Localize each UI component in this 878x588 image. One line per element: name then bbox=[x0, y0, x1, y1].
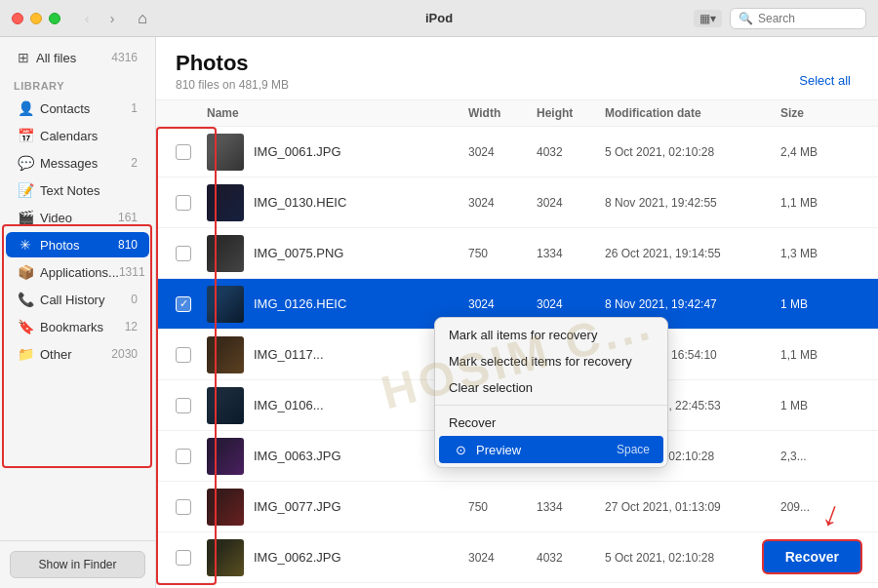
content-header: Photos 810 files on 481,9 MB Select all bbox=[156, 37, 878, 100]
call-history-icon: 📞 bbox=[18, 292, 33, 307]
sidebar-item-photos[interactable]: ✳ Photos 810 bbox=[6, 232, 149, 257]
sidebar: ⊞ All files 4316 Library 👤 Contacts 1 📅 … bbox=[0, 37, 156, 588]
row-name-cell: IMG_0126.HEIC bbox=[207, 286, 402, 323]
all-files-icon: ⊞ bbox=[18, 50, 29, 65]
call-history-label: Call History bbox=[40, 293, 131, 307]
back-arrow[interactable]: ‹ bbox=[76, 8, 98, 29]
sidebar-footer: Show in Finder bbox=[0, 540, 155, 588]
sidebar-item-video[interactable]: 🎬 Video 161 bbox=[6, 205, 149, 230]
table-header: Name Width Height Modification date Size bbox=[156, 100, 878, 127]
col-size: Size bbox=[780, 106, 858, 120]
applications-count: 1311 bbox=[119, 265, 145, 279]
view-toggle[interactable]: ▦▾ bbox=[694, 10, 722, 27]
show-in-finder-button[interactable]: Show in Finder bbox=[10, 551, 145, 578]
context-menu-item-recover[interactable]: Recover bbox=[435, 410, 667, 436]
row-mod-date: 26 Oct 2021, 19:14:55 bbox=[605, 247, 780, 260]
bookmarks-label: Bookmarks bbox=[40, 320, 125, 334]
bookmarks-icon: 🔖 bbox=[18, 319, 33, 334]
titlebar: ‹ › ⌂ iPod ▦▾ 🔍 bbox=[0, 0, 878, 37]
fullscreen-button[interactable] bbox=[49, 13, 60, 24]
home-button[interactable]: ⌂ bbox=[131, 7, 154, 30]
context-menu-item-clear-selection[interactable]: Clear selection bbox=[435, 374, 667, 401]
row-thumbnail bbox=[207, 235, 244, 272]
search-bar[interactable]: 🔍 bbox=[730, 8, 866, 29]
row-size: 209... bbox=[780, 500, 858, 514]
row-mod-date: 27 Oct 2021, 01:13:09 bbox=[605, 500, 780, 514]
context-menu-item-mark-selected[interactable]: Mark selected items for recovery bbox=[435, 348, 667, 374]
row-name-cell: IMG_0062.JPG bbox=[207, 539, 402, 576]
content-title-block: Photos 810 files on 481,9 MB bbox=[176, 51, 289, 92]
sidebar-item-messages[interactable]: 💬 Messages 2 bbox=[6, 150, 149, 176]
table-row[interactable]: IMG_0075.PNG 750 1334 26 Oct 2021, 19:14… bbox=[156, 228, 878, 279]
row-checkbox[interactable] bbox=[176, 347, 191, 363]
sidebar-item-calendars[interactable]: 📅 Calendars bbox=[6, 123, 149, 148]
row-height: 4032 bbox=[537, 551, 605, 565]
video-count: 161 bbox=[118, 211, 138, 224]
preview-shortcut: Space bbox=[617, 443, 650, 456]
applications-icon: 📦 bbox=[18, 264, 33, 280]
other-icon: 📁 bbox=[18, 346, 33, 362]
row-thumbnail bbox=[207, 286, 244, 323]
table-body: IMG_0061.JPG 3024 4032 5 Oct 2021, 02:10… bbox=[156, 127, 878, 588]
preview-icon: ⊙ bbox=[453, 442, 468, 457]
row-thumbnail bbox=[207, 489, 244, 526]
row-width: 750 bbox=[468, 247, 537, 260]
table-row[interactable]: IMG_0061.JPG 3024 4032 5 Oct 2021, 02:10… bbox=[156, 127, 878, 177]
row-height: 3024 bbox=[537, 297, 605, 311]
row-checkbox[interactable] bbox=[176, 296, 191, 312]
sidebar-item-call-history[interactable]: 📞 Call History 0 bbox=[6, 287, 149, 312]
row-filename: IMG_0062.JPG bbox=[254, 550, 341, 565]
recover-button[interactable]: Recover bbox=[762, 539, 862, 574]
table-row[interactable]: IMG_0130.HEIC 3024 3024 8 Nov 2021, 19:4… bbox=[156, 177, 878, 228]
row-checkbox[interactable] bbox=[176, 144, 191, 160]
close-button[interactable] bbox=[12, 13, 23, 24]
search-icon: 🔍 bbox=[738, 12, 753, 25]
minimize-button[interactable] bbox=[30, 13, 42, 24]
row-checkbox[interactable] bbox=[176, 550, 191, 566]
calendars-icon: 📅 bbox=[18, 128, 33, 143]
sidebar-item-other[interactable]: 📁 Other 2030 bbox=[6, 341, 149, 367]
row-filename: IMG_0130.HEIC bbox=[254, 195, 346, 210]
sidebar-item-text-notes[interactable]: 📝 Text Notes bbox=[6, 177, 149, 203]
window-title: iPod bbox=[425, 11, 453, 25]
context-menu-item-preview[interactable]: ⊙ Preview Space bbox=[439, 436, 663, 463]
row-filename: IMG_0063.JPG bbox=[254, 449, 341, 463]
row-size: 2,3... bbox=[780, 450, 858, 463]
row-checkbox[interactable] bbox=[176, 246, 191, 261]
col-width: Width bbox=[468, 106, 537, 120]
forward-arrow[interactable]: › bbox=[101, 8, 123, 29]
photos-icon: ✳ bbox=[18, 237, 33, 253]
row-width: 3024 bbox=[468, 145, 537, 159]
row-checkbox[interactable] bbox=[176, 398, 191, 413]
context-menu-item-mark-all[interactable]: Mark all items for recovery bbox=[435, 322, 667, 348]
table-row[interactable]: IMG_0077.JPG 750 1334 27 Oct 2021, 01:13… bbox=[156, 482, 878, 532]
row-filename: IMG_0061.JPG bbox=[254, 144, 341, 159]
row-mod-date: 8 Nov 2021, 19:42:55 bbox=[605, 196, 780, 210]
contacts-label: Contacts bbox=[40, 101, 131, 116]
sidebar-item-bookmarks[interactable]: 🔖 Bookmarks 12 bbox=[6, 314, 149, 339]
row-thumbnail bbox=[207, 184, 244, 221]
all-files-count: 4316 bbox=[111, 51, 138, 64]
row-checkbox[interactable] bbox=[176, 499, 191, 515]
preview-label: Preview bbox=[476, 443, 521, 457]
sidebar-item-all-files[interactable]: ⊞ All files 4316 bbox=[6, 45, 149, 70]
photos-count: 810 bbox=[118, 238, 138, 252]
col-spacer bbox=[402, 106, 468, 120]
row-width: 3024 bbox=[468, 297, 537, 311]
clear-selection-label: Clear selection bbox=[449, 380, 533, 395]
all-files-label: All files bbox=[36, 51, 111, 65]
row-checkbox[interactable] bbox=[176, 449, 191, 464]
sidebar-item-contacts[interactable]: 👤 Contacts 1 bbox=[6, 96, 149, 121]
call-history-count: 0 bbox=[131, 293, 138, 306]
sidebar-item-applications[interactable]: 📦 Applications... 1311 bbox=[6, 259, 149, 285]
messages-count: 2 bbox=[131, 156, 138, 170]
search-input[interactable] bbox=[758, 12, 858, 25]
row-thumbnail bbox=[207, 438, 244, 475]
row-checkbox[interactable] bbox=[176, 195, 191, 211]
recover-label: Recover bbox=[449, 415, 496, 430]
select-all-button[interactable]: Select all bbox=[791, 69, 858, 92]
row-name-cell: IMG_0077.JPG bbox=[207, 489, 402, 526]
bookmarks-count: 12 bbox=[125, 320, 138, 333]
row-width: 750 bbox=[468, 500, 537, 514]
photos-label: Photos bbox=[40, 238, 118, 253]
